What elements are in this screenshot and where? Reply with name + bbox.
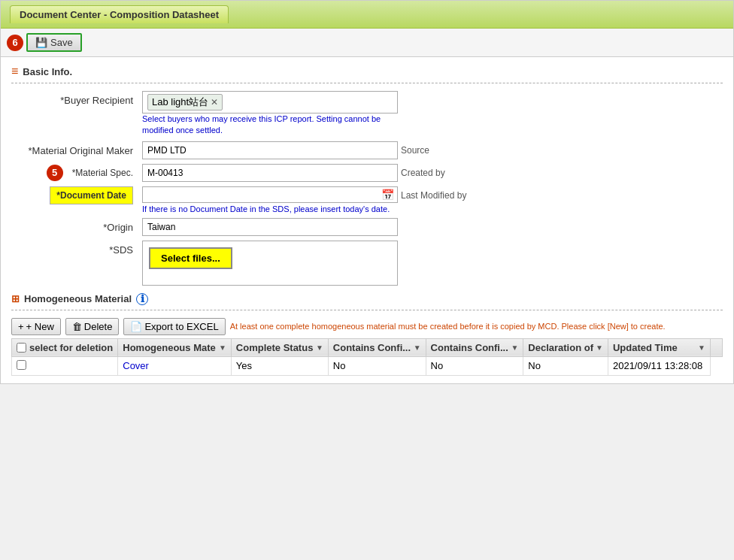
material-original-maker-label: *Material Original Maker: [19, 141, 139, 159]
step6-badge: 6: [7, 35, 23, 51]
toolbar: 6 💾 Save: [1, 29, 733, 57]
export-icon: 📄: [130, 321, 142, 332]
basic-info-divider: [11, 83, 723, 83]
td-name: Cover: [118, 356, 232, 375]
hm-table: select for deletion Homogeneous Mate ▼: [11, 338, 723, 376]
window-title: Document Center - Composition Datasheet: [20, 9, 219, 20]
hm-table-scroll: select for deletion Homogeneous Mate ▼: [11, 338, 723, 376]
origin-input[interactable]: [142, 218, 398, 236]
cc2-filter-icon[interactable]: ▼: [511, 344, 518, 352]
th-homogeneous-label: Homogeneous Mate: [123, 342, 216, 353]
th-complete-status: Complete Status ▼: [231, 338, 328, 356]
row-checkbox[interactable]: [17, 360, 26, 370]
cs-filter-icon[interactable]: ▼: [316, 344, 323, 352]
select-all-checkbox[interactable]: [17, 343, 26, 353]
tag-remove-icon[interactable]: ✕: [211, 97, 218, 107]
th-declaration: Declaration of ▼: [523, 338, 608, 356]
basic-info-icon: ≡: [11, 65, 18, 78]
hm-divider: [11, 310, 723, 310]
last-modified-by-label: Last Modified by: [401, 186, 476, 213]
new-button[interactable]: + + New: [11, 318, 61, 335]
title-bar: Document Center - Composition Datasheet: [1, 1, 733, 29]
td-updated-time: 2021/09/11 13:28:08: [608, 356, 710, 375]
select-files-button[interactable]: Select files...: [149, 247, 232, 269]
cc1-filter-icon[interactable]: ▼: [414, 344, 421, 352]
buyer-recipient-field: Lab light站台 ✕ Select buyers who may rece…: [142, 91, 398, 137]
th-declaration-label: Declaration of: [528, 342, 593, 353]
sds-label: *SDS: [19, 241, 139, 286]
buyer-recipient-tagbox[interactable]: Lab light站台 ✕: [142, 91, 398, 114]
title-tab: Document Center - Composition Datasheet: [10, 5, 229, 23]
export-button[interactable]: 📄 Export to EXCEL: [123, 318, 225, 335]
source-label: Source: [401, 141, 476, 159]
buyer-recipient-label: *Buyer Recipient: [19, 91, 139, 137]
hm-notice: At least one complete homogeneous materi…: [230, 322, 666, 331]
td-contains-confi2: No: [426, 356, 523, 375]
basic-info-section: ≡ Basic Info. *Buyer Recipient Lab light…: [11, 65, 723, 286]
document-date-hint: If there is no Document Date in the SDS,…: [142, 204, 398, 213]
material-original-maker-field: [142, 141, 398, 159]
th-select-label: select for deletion: [29, 342, 113, 353]
homogeneous-material-section: ⊞ Homogeneous Material ℹ + + New 🗑 Delet…: [11, 293, 723, 376]
hm-filter-icon[interactable]: ▼: [219, 344, 226, 352]
document-date-input[interactable]: [146, 189, 378, 200]
table-row: Cover Yes No No No 2021/09/11 13:28:08: [12, 356, 723, 375]
document-date-label: *Document Date: [50, 186, 133, 204]
created-by-value: [479, 164, 715, 182]
last-modified-by-value: [479, 186, 715, 213]
td-select: [12, 356, 118, 375]
save-button[interactable]: 💾 Save: [26, 33, 82, 52]
material-spec-field: [142, 164, 398, 182]
hm-icon: ⊞: [11, 293, 20, 304]
calendar-icon[interactable]: 📅: [381, 189, 394, 201]
hm-section-title: ⊞ Homogeneous Material ℹ: [11, 293, 723, 305]
material-spec-label: *Material Spec.: [72, 168, 133, 178]
cover-link[interactable]: Cover: [123, 360, 149, 371]
basic-info-title: ≡ Basic Info.: [11, 65, 723, 78]
document-date-field: 📅 If there is no Document Date in the SD…: [142, 186, 398, 213]
th-contains-confi1: Contains Confi... ▼: [328, 338, 426, 356]
delete-icon: 🗑: [72, 321, 82, 332]
th-select: select for deletion: [12, 338, 118, 356]
table-header-row: select for deletion Homogeneous Mate ▼: [12, 338, 723, 356]
td-declaration: No: [523, 356, 608, 375]
sds-box: Select files...: [142, 241, 398, 286]
main-window: Document Center - Composition Datasheet …: [0, 0, 734, 384]
delete-button[interactable]: 🗑 Delete: [65, 318, 120, 335]
th-contains1-label: Contains Confi...: [333, 342, 411, 353]
created-by-label: Created by: [401, 164, 476, 182]
th-homogeneous-mate: Homogeneous Mate ▼: [118, 338, 232, 356]
th-updated-time: Updated Time ▼: [608, 338, 710, 356]
save-icon: 💾: [35, 37, 47, 48]
ut-filter-icon[interactable]: ▼: [698, 344, 705, 352]
buyer-recipient-tag: Lab light站台 ✕: [147, 94, 223, 110]
origin-field: [142, 218, 398, 236]
material-spec-input[interactable]: [142, 164, 398, 182]
origin-label: *Origin: [19, 218, 139, 236]
buyer-recipient-hint: Select buyers who may receive this ICP r…: [142, 114, 398, 137]
th-updated-label: Updated Time: [613, 342, 678, 353]
td-complete-status: Yes: [231, 356, 328, 375]
hm-info-icon[interactable]: ℹ: [136, 293, 148, 305]
document-date-input-wrapper[interactable]: 📅: [142, 186, 398, 203]
th-complete-label: Complete Status: [236, 342, 314, 353]
th-contains2-label: Contains Confi...: [431, 342, 508, 353]
material-original-maker-input[interactable]: [142, 141, 398, 159]
source-value: [479, 141, 715, 159]
dec-filter-icon[interactable]: ▼: [596, 344, 603, 352]
new-icon: +: [18, 321, 24, 332]
document-date-label-cell: *Document Date: [19, 186, 139, 213]
hm-toolbar: + + New 🗑 Delete 📄 Export to EXCEL At le…: [11, 318, 723, 335]
sds-field: Select files...: [142, 241, 398, 286]
step5-badge: 5: [47, 165, 63, 181]
td-contains-confi1: No: [328, 356, 426, 375]
th-contains-confi2: Contains Confi... ▼: [426, 338, 523, 356]
th-scroll: [711, 338, 723, 356]
